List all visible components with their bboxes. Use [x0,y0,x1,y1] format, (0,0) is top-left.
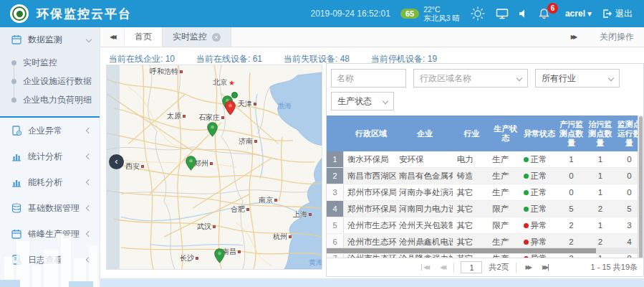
sidebar-item-日志查看[interactable]: 日志查看 [0,247,100,273]
prev-page-button[interactable]: ◀◀ [437,264,447,270]
sidebar-item-错峰生产管理[interactable]: 错峰生产管理 [0,221,100,247]
sidebar-item-统计分析[interactable]: 统计分析 [0,144,100,169]
status-dot-icon [524,240,529,245]
city-marker-icon [213,225,216,228]
status-cell: 异常 [521,237,557,248]
stat-item: 当前在线企业: 10 [109,53,175,65]
map-panel[interactable]: 呼和浩特北京★天津渤海太原石家庄济南西安郑州南京合肥上海武汉杭州长沙南昌黄海 ‹ [106,65,322,270]
main-area: ◀◀ 首页实时监控× ▶▶ 关闭操作 当前在线企业: 10当前在线设备: 61当… [100,27,644,287]
map-pin-red[interactable] [225,100,236,118]
cell-zf: 1 [585,188,615,197]
table-row[interactable]: 4郑州市环保局河南同力电力设备公司其它限产正常525 [327,201,643,217]
scroll-tabs-right-icon[interactable]: ▶▶ [561,34,585,40]
notification-count-badge[interactable]: 6 [547,3,558,14]
map-pin-green[interactable] [186,156,196,174]
tab-实时监控[interactable]: 实时监控× [163,27,231,47]
top-header: 环保监控云平台 2019-09-24 16:52:01 65 22°C东北风3 … [0,0,644,27]
bar-chart-icon [11,151,21,161]
horizontal-scrollbar-thumb[interactable] [327,248,596,253]
horizontal-scrollbar[interactable] [327,248,638,254]
status-cell: 异常 [521,220,557,231]
sea-label-黄海: 黄海 [309,258,322,268]
sidebar-item-企业电力负荷明细[interactable]: 企业电力负荷明细 [0,90,100,109]
row-number: 4 [327,201,344,217]
platform-logo-icon [10,4,29,23]
city-label-北京: 北京★ [213,77,235,88]
close-tab-icon[interactable]: × [212,33,221,42]
row-number: 2 [327,168,344,184]
map-pin-green[interactable] [207,122,218,140]
chevron-left-icon [86,257,92,263]
cell-industry: 铸造 [453,171,488,182]
column-header-生产状态: 生产状态 [488,124,520,143]
city-label-合肥: 合肥 [231,204,249,215]
cell-cf: 0 [557,171,585,180]
city-marker-icon [254,103,256,105]
tab-首页[interactable]: 首页 [125,27,163,47]
vertical-scrollbar-thumb[interactable] [639,116,643,263]
page-number-input[interactable] [461,261,482,273]
status-dot-icon [524,207,529,212]
next-page-button[interactable]: ▶▶ [523,264,533,270]
close-operations-menu[interactable]: 关闭操作 [600,31,634,43]
scroll-tabs-left-icon[interactable]: ◀◀ [100,27,125,47]
page-title: 环保监控云平台 [37,6,132,22]
sidebar-item-企业异常[interactable]: 企业异常 [0,118,100,144]
sidebar-item-能耗分析[interactable]: 能耗分析 [0,169,100,195]
chevron-left-icon [86,154,92,159]
sidebar-item-实时监控[interactable]: 实时监控 [0,53,100,72]
logout-button[interactable]: 退出 [602,8,633,20]
city-label-郑州: 郑州 [194,159,213,169]
enterprise-table: 行政区域企业行业生产状态异常状态产污监测点数量治污监测点数量监测点运行数量 1衡… [327,116,643,267]
table-row[interactable]: 5沧州市生态环保局沧州天兴包装制品公司其它限产异常213 [327,217,643,234]
sidebar-group-header[interactable]: 数据监测 [0,27,100,52]
sidebar-nav: 数据监测实时监控企业设施运行数据企业电力负荷明细企业异常统计分析能耗分析基础数据… [0,27,100,287]
monitor-icon[interactable] [496,8,509,19]
doc-alert-icon [11,126,21,136]
first-page-button[interactable]: ◀◀ [421,264,431,270]
logout-icon [602,9,612,19]
cell-cf: 2 [557,221,585,230]
cell-zf: 1 [585,221,615,230]
table-row[interactable]: 3郑州市环保局河南办事处演示其它生产正常010 [327,184,643,201]
chevron-down-icon [383,98,388,104]
chevron-down-icon [516,75,522,81]
sidebar-item-企业设施运行数据[interactable]: 企业设施运行数据 [0,72,100,90]
city-marker-icon [221,116,224,119]
region-select[interactable]: 行政区域名称 [413,69,528,88]
collapse-panel-button[interactable]: ‹ [109,154,124,169]
sidebar-item-基础数据管理[interactable]: 基础数据管理 [0,195,100,221]
capital-star-icon: ★ [229,79,235,87]
chevron-down-icon [86,37,92,42]
enterprise-list-panel: 行政区域名称 所有行业 生产状态 行政区域企业行业生产状态异常状态产污监测点数量… [326,63,644,277]
app-window: 环保监控云平台 2019-09-24 16:52:01 65 22°C东北风3 … [0,0,644,287]
cell-zf: 1 [585,155,615,164]
weather-text: 22°C东北风3 晴 [423,5,460,22]
city-label-呼和浩特: 呼和浩特 [150,67,183,77]
industry-select[interactable]: 所有行业 [535,69,620,88]
city-marker-icon [196,257,198,260]
production-status-select[interactable]: 生产状态 [331,92,394,110]
map-pin-green[interactable] [214,248,225,266]
city-marker-icon [183,115,186,118]
name-search-input[interactable] [331,69,406,88]
city-marker-icon [246,208,249,211]
column-header-企业: 企业 [396,129,453,138]
city-label-石家庄: 石家庄 [198,113,224,123]
city-marker-icon [274,199,277,202]
cell-company: 河南办事处演示 [396,187,453,198]
table-row[interactable]: 2南昌市西湖区环保局南昌有色金属有限公司铸造生产正常010 [327,168,643,184]
row-number: 1 [327,151,344,167]
notification-bell-icon[interactable]: 6 [539,8,549,19]
row-number: 5 [327,217,344,233]
user-menu[interactable]: acrel ▾ [565,9,592,19]
vertical-scrollbar[interactable] [638,116,643,268]
speaker-mute-icon[interactable] [519,9,529,19]
city-marker-icon [141,165,144,168]
status-cell: 正常 [521,187,557,198]
last-page-button[interactable]: ▶▶ [539,264,549,270]
table-row[interactable]: 1衡水环保局安环保电力生产正常110 [327,151,643,168]
tab-strip: 首页实时监控× [125,27,231,47]
database-icon [11,203,21,213]
cell-region: 南昌市西湖区环保局 [344,171,396,182]
